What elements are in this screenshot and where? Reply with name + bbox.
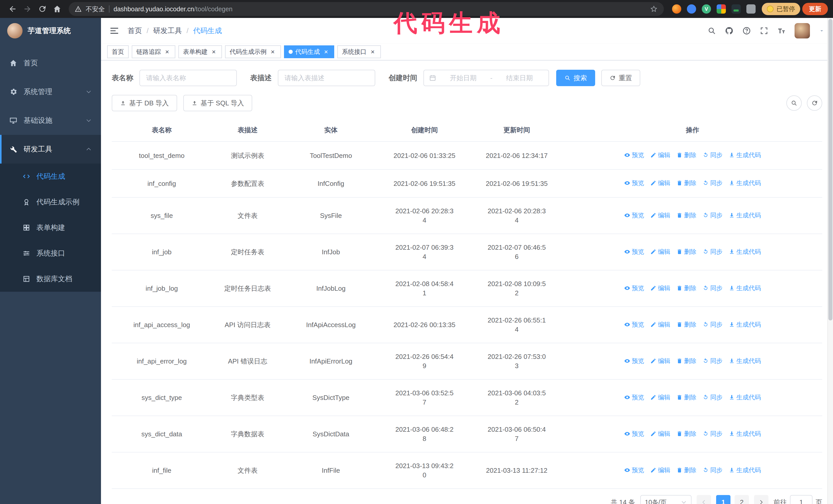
sidebar-item-db-doc[interactable]: 数据库文档: [0, 266, 101, 292]
action-edit[interactable]: 编辑: [650, 320, 670, 329]
help-icon[interactable]: [742, 26, 751, 35]
action-edit[interactable]: 编辑: [650, 247, 670, 256]
action-preview[interactable]: 预览: [624, 393, 644, 402]
sidebar-item-system[interactable]: 系统管理: [0, 77, 101, 106]
action-sync[interactable]: 同步: [703, 284, 722, 293]
sidebar-item-system-api[interactable]: 系统接口: [0, 240, 101, 266]
action-generate-code[interactable]: 生成代码: [729, 211, 761, 220]
action-delete[interactable]: 删除: [676, 356, 696, 365]
refresh-table-button[interactable]: [807, 95, 822, 111]
action-preview[interactable]: 预览: [624, 429, 644, 438]
tab-tracer[interactable]: 链路追踪×: [132, 45, 175, 58]
extensions-puzzle-icon[interactable]: [746, 4, 756, 14]
home-button[interactable]: [53, 5, 62, 13]
tab-form-builder[interactable]: 表单构建×: [178, 45, 222, 58]
action-delete[interactable]: 删除: [676, 465, 696, 475]
action-generate-code[interactable]: 生成代码: [729, 178, 761, 188]
action-edit[interactable]: 编辑: [650, 150, 670, 160]
action-sync[interactable]: 同步: [703, 320, 722, 329]
tab-home[interactable]: 首页: [107, 45, 129, 58]
tab-codegen-example[interactable]: 代码生成示例×: [225, 45, 281, 58]
action-delete[interactable]: 删除: [676, 150, 696, 160]
page-1-button[interactable]: 1: [716, 495, 731, 504]
sidebar-item-codegen[interactable]: 代码生成: [0, 164, 101, 189]
sidebar-item-form-builder[interactable]: 表单构建: [0, 215, 101, 240]
action-preview[interactable]: 预览: [624, 150, 644, 160]
reload-button[interactable]: [38, 5, 47, 13]
close-icon[interactable]: ×: [164, 48, 171, 55]
fullscreen-icon[interactable]: [760, 26, 768, 35]
user-avatar[interactable]: [794, 23, 810, 39]
action-generate-code[interactable]: 生成代码: [729, 429, 761, 438]
paused-badge[interactable]: 已暂停: [762, 3, 800, 15]
tab-codegen[interactable]: 代码生成×: [284, 45, 334, 58]
action-generate-code[interactable]: 生成代码: [729, 150, 761, 160]
action-sync[interactable]: 同步: [703, 356, 722, 365]
action-generate-code[interactable]: 生成代码: [729, 247, 761, 256]
app-logo[interactable]: 芋道管理系统: [0, 18, 101, 44]
action-delete[interactable]: 删除: [676, 429, 696, 438]
action-sync[interactable]: 同步: [703, 429, 722, 438]
url-bar[interactable]: 不安全 dashboard.yudao.iocoder.cn/tool/code…: [69, 2, 664, 16]
action-preview[interactable]: 预览: [624, 356, 644, 365]
action-generate-code[interactable]: 生成代码: [729, 393, 761, 402]
action-sync[interactable]: 同步: [703, 211, 722, 220]
close-icon[interactable]: ×: [323, 48, 330, 55]
toggle-search-button[interactable]: [786, 95, 802, 111]
close-icon[interactable]: ×: [210, 48, 217, 55]
close-icon[interactable]: ×: [269, 48, 276, 55]
github-icon[interactable]: [725, 26, 734, 35]
action-generate-code[interactable]: 生成代码: [729, 320, 761, 329]
action-preview[interactable]: 预览: [624, 284, 644, 293]
forward-button[interactable]: [23, 5, 32, 13]
sidebar-item-devtools[interactable]: 研发工具: [0, 135, 101, 164]
reset-button[interactable]: 重置: [601, 70, 640, 86]
action-edit[interactable]: 编辑: [650, 211, 670, 220]
action-preview[interactable]: 预览: [624, 178, 644, 188]
extension-icon[interactable]: [717, 4, 726, 14]
sidebar-item-home[interactable]: 首页: [0, 49, 101, 77]
action-edit[interactable]: 编辑: [650, 356, 670, 365]
extension-icon[interactable]: [672, 4, 681, 14]
bookmark-star-icon[interactable]: [650, 5, 658, 13]
close-icon[interactable]: ×: [369, 48, 376, 55]
action-edit[interactable]: 编辑: [650, 178, 670, 188]
action-delete[interactable]: 删除: [676, 393, 696, 402]
action-edit[interactable]: 编辑: [650, 393, 670, 402]
extension-vue-icon[interactable]: V: [702, 4, 711, 14]
page-2-button[interactable]: 2: [735, 495, 749, 504]
action-sync[interactable]: 同步: [703, 150, 722, 160]
sidebar-item-codegen-example[interactable]: 代码生成示例: [0, 189, 101, 215]
action-preview[interactable]: 预览: [624, 211, 644, 220]
search-icon[interactable]: [708, 26, 716, 35]
sidebar-item-infrastructure[interactable]: 基础设施: [0, 106, 101, 135]
action-generate-code[interactable]: 生成代码: [729, 465, 761, 475]
action-sync[interactable]: 同步: [703, 393, 722, 402]
back-button[interactable]: [8, 5, 17, 13]
action-edit[interactable]: 编辑: [650, 429, 670, 438]
import-sql-button[interactable]: 基于 SQL 导入: [183, 95, 253, 111]
action-generate-code[interactable]: 生成代码: [729, 356, 761, 365]
action-preview[interactable]: 预览: [624, 247, 644, 256]
scrollbar-thumb[interactable]: [828, 19, 832, 320]
table-name-input[interactable]: [139, 70, 237, 86]
hamburger-icon[interactable]: [109, 26, 119, 36]
action-delete[interactable]: 删除: [676, 320, 696, 329]
prev-page-button[interactable]: [697, 495, 711, 504]
action-delete[interactable]: 删除: [676, 247, 696, 256]
update-button[interactable]: 更新: [802, 3, 828, 15]
extension-icon[interactable]: [732, 4, 741, 14]
page-size-select[interactable]: 10条/页: [640, 495, 691, 504]
search-button[interactable]: 搜索: [556, 70, 595, 86]
tab-system-api[interactable]: 系统接口×: [337, 45, 381, 58]
action-edit[interactable]: 编辑: [650, 284, 670, 293]
chevron-down-icon[interactable]: [819, 28, 825, 34]
browser-scrollbar[interactable]: [827, 18, 833, 504]
breadcrumb-item[interactable]: 代码生成: [193, 26, 222, 35]
action-edit[interactable]: 编辑: [650, 465, 670, 475]
action-delete[interactable]: 删除: [676, 211, 696, 220]
action-generate-code[interactable]: 生成代码: [729, 284, 761, 293]
extension-icon[interactable]: [687, 4, 696, 14]
goto-page-input[interactable]: [790, 495, 812, 504]
action-preview[interactable]: 预览: [624, 320, 644, 329]
